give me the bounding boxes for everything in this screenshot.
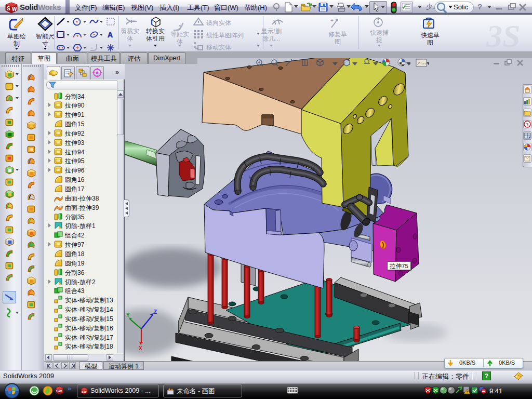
svg-text:SW: SW xyxy=(56,389,62,393)
svg-text:Z: Z xyxy=(154,309,157,315)
svg-text:S: S xyxy=(7,6,10,11)
svg-text:?: ? xyxy=(526,122,529,127)
svg-text:+: + xyxy=(330,18,334,23)
svg-text:Y: Y xyxy=(126,312,130,318)
svg-text:SW: SW xyxy=(82,390,87,393)
svg-text:X: X xyxy=(139,345,142,351)
svg-text:A: A xyxy=(108,31,113,39)
svg-text:W: W xyxy=(12,6,17,12)
